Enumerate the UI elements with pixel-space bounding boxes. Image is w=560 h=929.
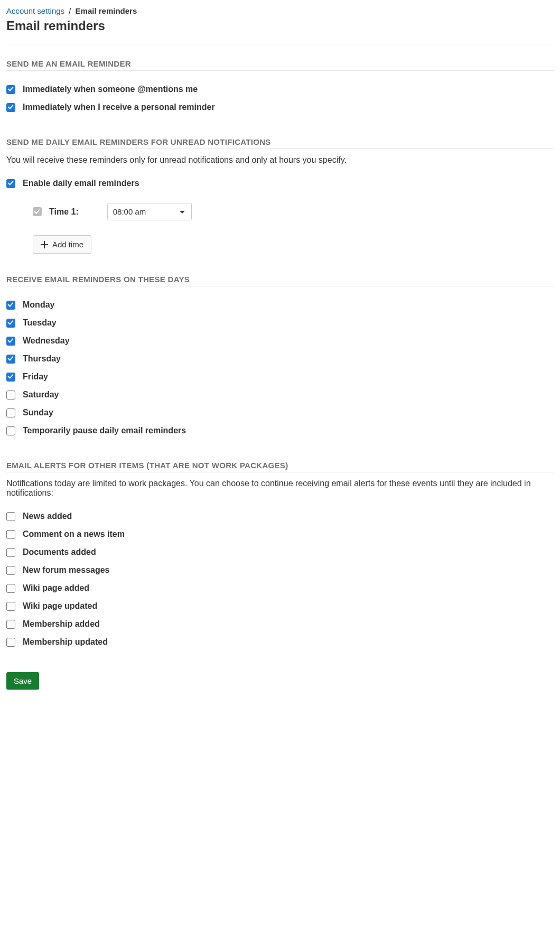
checkbox-row: Thursday (6, 350, 554, 368)
checkbox[interactable] (6, 85, 15, 94)
checkbox-label: Comment on a news item (23, 529, 125, 539)
checkbox-row: Wiki page updated (6, 597, 554, 615)
checkbox-label: New forum messages (23, 565, 110, 575)
breadcrumb-separator: / (69, 6, 71, 15)
checkbox-row: Immediately when I receive a personal re… (6, 98, 554, 116)
checkbox-label: Wiki page updated (23, 601, 97, 611)
checkbox[interactable] (6, 103, 15, 112)
time1-row: Time 1: 08:00 am (33, 203, 554, 220)
checkbox-label: Temporarily pause daily email reminders (23, 426, 186, 435)
section-immediate-heading: SEND ME AN EMAIL REMINDER (6, 59, 554, 71)
section-days: RECEIVE EMAIL REMINDERS ON THESE DAYS Mo… (6, 275, 554, 440)
checkbox[interactable] (6, 548, 15, 557)
add-time-button[interactable]: Add time (33, 235, 91, 254)
plus-icon (41, 241, 48, 248)
enable-daily-row: Enable daily email reminders (6, 174, 554, 192)
checkbox-row: New forum messages (6, 561, 554, 579)
breadcrumb-current: Email reminders (76, 6, 137, 15)
checkbox-label: Membership added (23, 619, 100, 629)
checkbox[interactable] (6, 512, 15, 521)
time1-select[interactable]: 08:00 am (107, 203, 192, 220)
checkbox-label: Wednesday (23, 336, 70, 346)
breadcrumb: Account settings / Email reminders (6, 6, 554, 15)
checkbox-row: Tuesday (6, 314, 554, 332)
checkbox-label: Saturday (23, 390, 59, 400)
checkbox-row: Wiki page added (6, 579, 554, 597)
checkbox[interactable] (6, 584, 15, 593)
section-alerts-desc: Notifications today are limited to work … (6, 479, 554, 498)
checkbox[interactable] (6, 602, 15, 611)
checkbox-row: Friday (6, 368, 554, 386)
checkbox[interactable] (6, 301, 15, 310)
enable-daily-label: Enable daily email reminders (23, 179, 139, 188)
checkbox[interactable] (6, 373, 15, 382)
section-daily-heading: SEND ME DAILY EMAIL REMINDERS FOR UNREAD… (6, 137, 554, 149)
section-daily: SEND ME DAILY EMAIL REMINDERS FOR UNREAD… (6, 137, 554, 254)
checkbox-row: Temporarily pause daily email reminders (6, 422, 554, 440)
divider (6, 44, 554, 44)
checkbox-row: Wednesday (6, 332, 554, 350)
time1-select-wrapper: 08:00 am (107, 203, 192, 220)
checkbox-row: Saturday (6, 386, 554, 404)
checkbox[interactable] (6, 355, 15, 364)
page-title: Email reminders (6, 18, 554, 33)
checkbox[interactable] (6, 426, 15, 435)
time1-checkbox (33, 207, 42, 216)
section-days-heading: RECEIVE EMAIL REMINDERS ON THESE DAYS (6, 275, 554, 286)
checkbox[interactable] (6, 638, 15, 647)
checkbox[interactable] (6, 337, 15, 346)
section-immediate: SEND ME AN EMAIL REMINDER Immediately wh… (6, 59, 554, 116)
checkbox-label: Friday (23, 372, 48, 382)
checkbox[interactable] (6, 319, 15, 328)
checkbox-row: Immediately when someone @mentions me (6, 80, 554, 98)
checkbox[interactable] (6, 408, 15, 417)
add-time-label: Add time (52, 240, 83, 249)
checkbox-row: Documents added (6, 543, 554, 561)
checkbox-label: Monday (23, 300, 54, 310)
checkbox-label: Tuesday (23, 318, 57, 328)
checkbox-label: News added (23, 512, 72, 521)
checkbox-row: Comment on a news item (6, 525, 554, 543)
checkbox[interactable] (6, 391, 15, 400)
save-button[interactable]: Save (6, 672, 39, 690)
checkbox-label: Thursday (23, 354, 61, 364)
checkbox-row: Monday (6, 296, 554, 314)
breadcrumb-parent-link[interactable]: Account settings (6, 6, 64, 15)
checkbox-label: Documents added (23, 547, 96, 557)
daily-times-block: Time 1: 08:00 am Add time (6, 203, 554, 254)
checkbox[interactable] (6, 620, 15, 629)
checkbox-label: Immediately when someone @mentions me (23, 85, 198, 94)
checkbox-row: News added (6, 507, 554, 525)
time1-label: Time 1: (49, 207, 79, 217)
checkbox-label: Immediately when I receive a personal re… (23, 103, 215, 112)
checkbox-row: Sunday (6, 404, 554, 422)
section-alerts-heading: EMAIL ALERTS FOR OTHER ITEMS (THAT ARE N… (6, 461, 554, 472)
enable-daily-checkbox[interactable] (6, 179, 15, 188)
checkbox[interactable] (6, 530, 15, 539)
checkbox-row: Membership added (6, 615, 554, 633)
section-alerts: EMAIL ALERTS FOR OTHER ITEMS (THAT ARE N… (6, 461, 554, 651)
checkbox-label: Sunday (23, 408, 53, 417)
checkbox-label: Membership updated (23, 637, 108, 647)
checkbox[interactable] (6, 566, 15, 575)
checkbox-label: Wiki page added (23, 583, 89, 593)
checkbox-row: Membership updated (6, 633, 554, 651)
section-daily-desc: You will receive these reminders only fo… (6, 155, 554, 165)
